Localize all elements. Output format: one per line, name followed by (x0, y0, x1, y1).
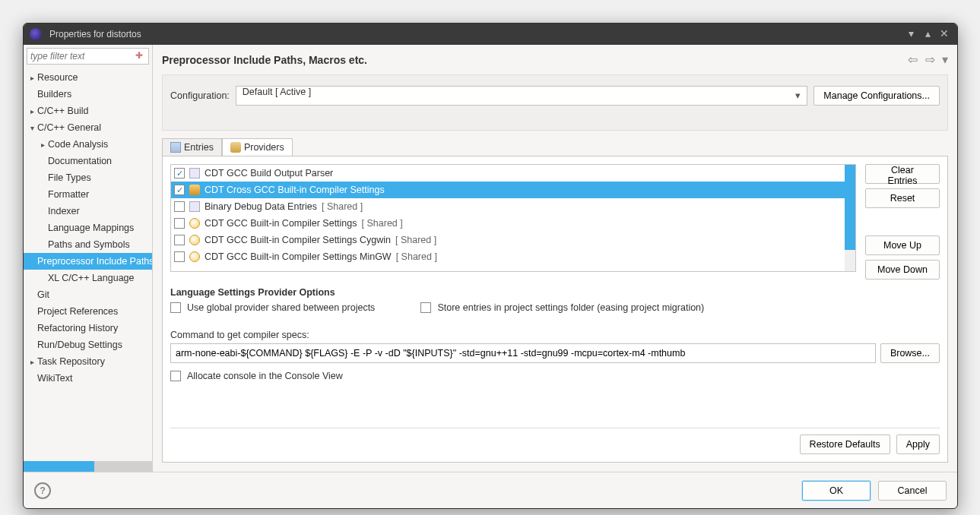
use-global-checkbox[interactable]: Use global provider shared between proje… (170, 302, 375, 313)
sidebar-item[interactable]: Run/Debug Settings (24, 336, 152, 353)
mag-icon (189, 251, 200, 262)
checkbox-icon (170, 371, 181, 381)
store-entries-checkbox[interactable]: Store entries in project settings folder… (420, 302, 704, 313)
sidebar-item[interactable]: ▾C/C++ General (24, 119, 152, 136)
browse-button[interactable]: Browse... (880, 343, 940, 363)
sidebar-item[interactable]: Builders (24, 86, 152, 103)
sidebar-item[interactable]: Preprocessor Include Paths, Macros etc. (24, 253, 152, 270)
help-icon[interactable]: ? (34, 482, 51, 499)
minimize-icon[interactable]: ▾ (904, 27, 918, 41)
checkbox-icon[interactable] (174, 235, 185, 245)
provider-row[interactable]: CDT GCC Build Output Parser (171, 165, 855, 182)
expander-icon[interactable]: ▸ (27, 74, 37, 82)
manage-configurations-button[interactable]: Manage Configurations... (813, 86, 940, 106)
reset-button[interactable]: Reset (865, 188, 940, 208)
provider-row[interactable]: CDT Cross GCC Built-in Compiler Settings (171, 182, 855, 198)
sidebar-item[interactable]: ▸Task Repository (24, 353, 152, 370)
provider-label: CDT Cross GCC Built-in Compiler Settings (205, 185, 385, 195)
provider-label: CDT GCC Built-in Compiler Settings (205, 218, 357, 229)
checkbox-icon[interactable] (174, 168, 185, 179)
sidebar-item-label: Code Analysis (48, 139, 108, 150)
apply-button[interactable]: Apply (896, 434, 940, 454)
expander-icon[interactable]: ▸ (27, 107, 37, 115)
sidebar-item-label: Refactoring History (37, 323, 118, 333)
clear-entries-button[interactable]: Clear Entries (865, 164, 940, 184)
provider-row[interactable]: CDT GCC Built-in Compiler Settings [ Sha… (171, 215, 855, 232)
provider-row[interactable]: CDT GCC Built-in Compiler Settings Cygwi… (171, 232, 855, 248)
provider-row[interactable]: Binary Debug Data Entries [ Shared ] (171, 198, 855, 215)
sidebar-item[interactable]: WikiText (24, 370, 152, 387)
wrench-icon (189, 185, 200, 195)
restore-defaults-button[interactable]: Restore Defaults (800, 434, 890, 454)
doc-icon (189, 201, 200, 212)
eclipse-icon (30, 28, 42, 40)
tabs: Entries Providers (162, 138, 948, 156)
sidebar-item-label: XL C/C++ Language (48, 273, 135, 283)
titlebar[interactable]: Properties for distortos ▾ ▴ ✕ (24, 24, 957, 45)
nav-fwd-icon[interactable]: ⇨ (925, 53, 935, 66)
sidebar-item[interactable]: ▸Code Analysis (24, 136, 152, 153)
sidebar-item-label: File Types (48, 172, 91, 183)
provider-label: CDT GCC Built-in Compiler Settings MinGW (205, 251, 392, 262)
nav-menu-icon[interactable]: ▾ (942, 53, 948, 66)
provider-row[interactable]: CDT GCC Built-in Compiler Settings MinGW… (171, 248, 855, 265)
checkbox-icon[interactable] (174, 251, 185, 262)
tab-providers-label: Providers (244, 142, 284, 153)
sidebar-item[interactable]: Language Mappings (24, 220, 152, 236)
sidebar-item[interactable]: Formatter (24, 186, 152, 203)
sidebar-item-label: Git (37, 289, 49, 300)
sidebar-item[interactable]: File Types (24, 169, 152, 186)
sidebar-item[interactable]: ▸Resource (24, 69, 152, 86)
provider-label: CDT GCC Build Output Parser (205, 168, 333, 179)
provider-list[interactable]: CDT GCC Build Output ParserCDT Cross GCC… (170, 164, 856, 272)
sidebar-item[interactable]: ▸C/C++ Build (24, 103, 152, 119)
configuration-label: Configuration: (170, 90, 230, 101)
sidebar-item[interactable]: Indexer (24, 203, 152, 220)
dialog-footer: ? OK Cancel (24, 472, 957, 508)
move-down-button[interactable]: Move Down (865, 260, 940, 280)
command-label: Command to get compiler specs: (170, 330, 940, 340)
sidebar-item[interactable]: Documentation (24, 153, 152, 169)
sidebar-item[interactable]: XL C/C++ Language (24, 270, 152, 286)
sidebar-item-label: Language Mappings (48, 223, 134, 233)
cancel-button[interactable]: Cancel (878, 481, 947, 501)
sidebar-item-label: Builders (37, 89, 71, 100)
sidebar-item-label: Formatter (48, 189, 89, 200)
shared-badge: [ Shared ] (395, 235, 436, 245)
expander-icon[interactable]: ▸ (27, 358, 37, 366)
sidebar-item[interactable]: Git (24, 286, 152, 303)
expander-icon[interactable]: ▾ (27, 124, 37, 132)
checkbox-icon (420, 302, 431, 313)
configuration-value: Default [ Active ] (243, 87, 311, 97)
tab-providers[interactable]: Providers (222, 138, 293, 156)
sidebar-item-label: Preprocessor Include Paths, Macros etc. (37, 256, 152, 267)
command-input[interactable] (170, 343, 876, 363)
checkbox-icon[interactable] (174, 218, 185, 229)
sidebar-scrollbar[interactable] (24, 461, 152, 472)
sidebar-item[interactable]: Refactoring History (24, 320, 152, 336)
clear-filter-icon[interactable]: ✚ (135, 50, 146, 61)
checkbox-icon[interactable] (174, 185, 185, 195)
expander-icon[interactable]: ▸ (37, 141, 48, 149)
provider-scrollbar[interactable] (845, 165, 855, 271)
content-area: Preprocessor Include Paths, Macros etc. … (153, 45, 957, 472)
sidebar-item[interactable]: Paths and Symbols (24, 236, 152, 253)
tab-entries[interactable]: Entries (162, 138, 222, 156)
close-icon[interactable]: ✕ (937, 27, 951, 41)
move-up-button[interactable]: Move Up (865, 235, 940, 255)
provider-buttons: Clear Entries Reset Move Up Move Down (865, 164, 940, 280)
sidebar-item[interactable]: Project References (24, 303, 152, 320)
checkbox-icon (170, 302, 181, 313)
nav-back-icon[interactable]: ⇦ (908, 53, 918, 66)
shared-badge: [ Shared ] (322, 201, 363, 212)
filter-input[interactable] (27, 48, 149, 65)
sidebar-item-label: Paths and Symbols (48, 239, 130, 250)
checkbox-icon[interactable] (174, 201, 185, 212)
tab-body: CDT GCC Build Output ParserCDT Cross GCC… (162, 156, 948, 463)
ok-button[interactable]: OK (802, 481, 871, 501)
configuration-select[interactable]: Default [ Active ] (236, 86, 808, 106)
allocate-console-checkbox[interactable]: Allocate console in the Console View (170, 371, 940, 381)
maximize-icon[interactable]: ▴ (921, 27, 934, 41)
category-tree[interactable]: ▸ResourceBuilders▸C/C++ Build▾C/C++ Gene… (24, 68, 152, 461)
tab-entries-label: Entries (184, 142, 214, 153)
